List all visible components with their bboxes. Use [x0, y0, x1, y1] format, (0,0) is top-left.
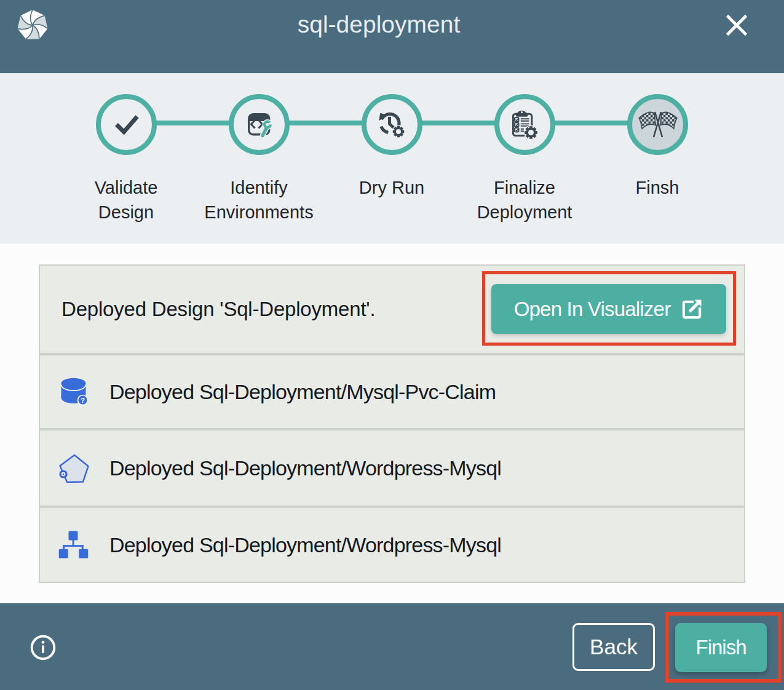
- svg-text:?: ?: [81, 397, 85, 404]
